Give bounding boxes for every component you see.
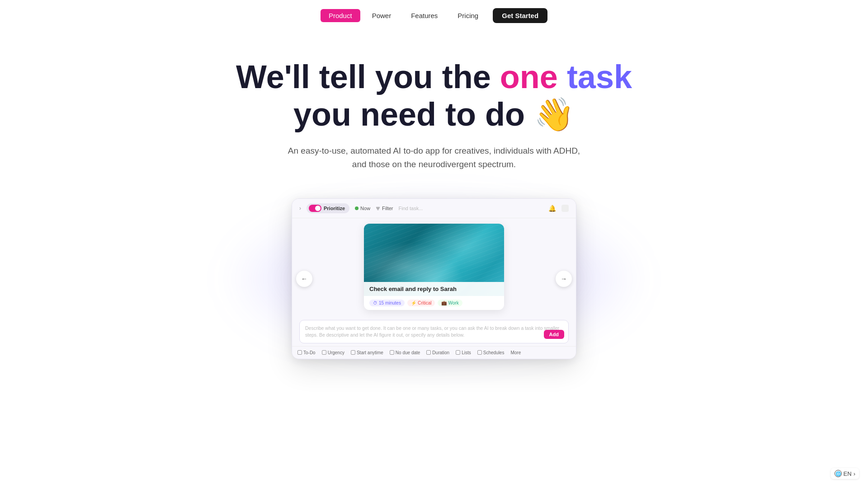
- hero-subtitle: An easy-to-use, automated AI to-do app f…: [9, 144, 859, 172]
- tag-critical-label: Critical: [418, 300, 432, 305]
- bottom-bar-urgency[interactable]: Urgency: [322, 350, 344, 355]
- bottom-bar-duration[interactable]: Duration: [426, 350, 449, 355]
- bottom-bar-urgency-label: Urgency: [328, 350, 344, 355]
- bottom-bar-no-due-date-label: No due date: [396, 350, 420, 355]
- next-arrow[interactable]: →: [556, 271, 572, 287]
- bottom-bar-todo[interactable]: To-Do: [297, 350, 316, 355]
- mockup-toolbar: › Prioritize Now Filter Fi: [292, 199, 576, 218]
- prioritize-label: Prioritize: [324, 206, 345, 211]
- prioritize-toggle[interactable]: [309, 205, 321, 212]
- navigation: Product Power Features Pricing Get Start…: [0, 0, 868, 31]
- now-indicator: Now: [355, 206, 370, 211]
- start-anytime-icon: [351, 350, 355, 355]
- add-task-button[interactable]: Add: [544, 330, 564, 339]
- toolbar-collapse-icon[interactable]: ›: [299, 205, 301, 211]
- task-card: Check email and reply to Sarah ⏱ 15 minu…: [364, 224, 504, 310]
- tag-work: 💼 Work: [438, 300, 462, 306]
- bottom-bar-schedules-label: Schedules: [483, 350, 505, 355]
- schedules-icon: [477, 350, 482, 355]
- hero-headline: We'll tell you the one task you need to …: [9, 58, 859, 133]
- input-wrapper: Describe what you want to get done. It c…: [299, 320, 569, 343]
- mockup-main-content: Check email and reply to Sarah ⏱ 15 minu…: [292, 218, 576, 315]
- lang-chevron-icon: ›: [854, 470, 855, 477]
- hero-line2: you need to do 👋: [293, 96, 575, 132]
- hero-word-one: one: [500, 59, 558, 95]
- task-cards-row: Check email and reply to Sarah ⏱ 15 minu…: [301, 224, 567, 315]
- bottom-bar-start-anytime-label: Start anytime: [357, 350, 383, 355]
- lists-icon: [456, 350, 460, 355]
- bottom-bar-lists-label: Lists: [462, 350, 471, 355]
- filter-icon: [376, 206, 380, 211]
- tag-time-label: 15 minutes: [379, 300, 401, 305]
- bottom-bar-schedules[interactable]: Schedules: [477, 350, 505, 355]
- prioritize-toggle-group: Prioritize: [307, 203, 349, 213]
- task-card-image: Check email and reply to Sarah: [364, 224, 504, 296]
- tag-time-icon: ⏱: [373, 300, 377, 305]
- bottom-bar-start-anytime[interactable]: Start anytime: [351, 350, 383, 355]
- hero-word-task: task: [567, 59, 632, 95]
- language-selector[interactable]: 🌐 EN ›: [831, 468, 859, 479]
- task-input-box[interactable]: Describe what you want to get done. It c…: [299, 320, 569, 343]
- toolbar-search[interactable]: Find task...: [399, 206, 543, 211]
- mockup-bottom-bar: To-Do Urgency Start anytime No due date …: [292, 346, 576, 359]
- prev-arrow[interactable]: ←: [296, 271, 312, 287]
- bottom-bar-more[interactable]: More: [510, 350, 521, 355]
- urgency-icon: [322, 350, 326, 355]
- bottom-bar-lists[interactable]: Lists: [456, 350, 471, 355]
- globe-icon: 🌐: [835, 470, 842, 477]
- mockup-input-area: Describe what you want to get done. It c…: [292, 315, 576, 346]
- nav-item-pricing[interactable]: Pricing: [449, 9, 486, 22]
- tag-time: ⏱ 15 minutes: [369, 300, 405, 306]
- no-due-date-icon: [390, 350, 394, 355]
- bottom-bar-no-due-date[interactable]: No due date: [390, 350, 420, 355]
- tag-critical-icon: ⚡: [411, 300, 416, 305]
- toggle-knob: [315, 206, 321, 211]
- get-started-button[interactable]: Get Started: [493, 8, 547, 23]
- tag-critical: ⚡ Critical: [407, 300, 435, 306]
- hero-space: [558, 59, 567, 95]
- filter-label: Filter: [382, 206, 393, 211]
- tag-work-icon: 💼: [441, 300, 447, 305]
- card-title-overlay: Check email and reply to Sarah: [364, 282, 504, 296]
- duration-icon: [426, 350, 431, 355]
- todo-icon: [297, 350, 302, 355]
- more-label: More: [510, 350, 521, 355]
- close-panel-button[interactable]: [561, 205, 569, 212]
- filter-button[interactable]: Filter: [376, 206, 393, 211]
- nav-item-features[interactable]: Features: [403, 9, 446, 22]
- nav-item-product[interactable]: Product: [321, 9, 360, 22]
- card-tags: ⏱ 15 minutes ⚡ Critical 💼 Work: [364, 296, 504, 310]
- app-showcase: ← → › Prioritize Now: [0, 198, 868, 359]
- search-placeholder: Find task...: [399, 206, 423, 211]
- notification-bell-icon[interactable]: 🔔: [548, 205, 556, 212]
- tag-work-label: Work: [448, 300, 458, 305]
- hero-section: We'll tell you the one task you need to …: [0, 31, 868, 180]
- bottom-bar-duration-label: Duration: [432, 350, 449, 355]
- now-dot: [355, 206, 359, 210]
- input-placeholder: Describe what you want to get done. It c…: [305, 325, 559, 338]
- now-label: Now: [360, 206, 370, 211]
- app-mockup: › Prioritize Now Filter Fi: [292, 198, 576, 359]
- hero-headline-prefix: We'll tell you the: [236, 59, 500, 95]
- bottom-bar-todo-label: To-Do: [303, 350, 316, 355]
- lang-label: EN: [844, 470, 852, 477]
- nav-item-power[interactable]: Power: [364, 9, 400, 22]
